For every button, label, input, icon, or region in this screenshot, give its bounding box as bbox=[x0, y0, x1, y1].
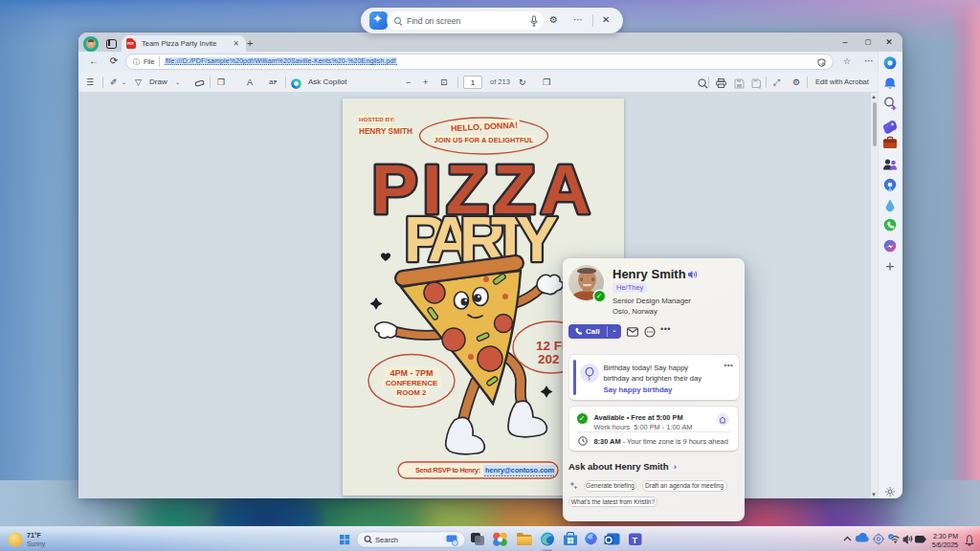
svg-text:HENRY SMITH: HENRY SMITH bbox=[359, 127, 412, 136]
svg-text:4PM - 7PM: 4PM - 7PM bbox=[390, 368, 433, 378]
svg-text:T: T bbox=[633, 536, 638, 545]
svg-text:5/6/2025: 5/6/2025 bbox=[932, 541, 958, 548]
svg-text:henry@contoso.com: henry@contoso.com bbox=[485, 466, 554, 474]
svg-text:Sunny: Sunny bbox=[27, 540, 46, 548]
svg-text:Search: Search bbox=[375, 536, 398, 544]
svg-text:CONFERENCE: CONFERENCE bbox=[386, 379, 438, 387]
svg-text:71°F: 71°F bbox=[27, 532, 42, 539]
svg-text:202: 202 bbox=[538, 352, 560, 366]
svg-text:Send RSVP to Henry:: Send RSVP to Henry: bbox=[415, 466, 480, 474]
svg-text:HOSTED BY:: HOSTED BY: bbox=[359, 116, 395, 122]
svg-text:2:30 PM: 2:30 PM bbox=[933, 533, 958, 540]
svg-text:ROOM 2: ROOM 2 bbox=[397, 388, 427, 397]
svg-text:JOIN US FOR A DELIGHTFUL: JOIN US FOR A DELIGHTFUL bbox=[434, 136, 534, 144]
